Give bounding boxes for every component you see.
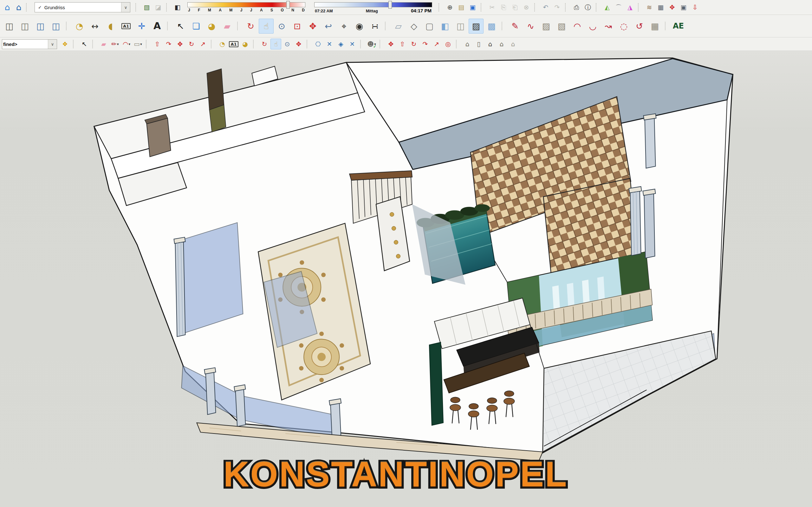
scale-tool-2[interactable]: ↗ — [431, 39, 442, 49]
tape-measure-tool-2[interactable]: ◔ — [217, 39, 227, 49]
sandbox-from-scratch-button[interactable]: ▦ — [655, 2, 666, 13]
sandbox-smoove-button[interactable]: ✥ — [667, 2, 677, 13]
arc-tool[interactable]: ◠▾ — [121, 39, 132, 49]
pan-tool-2[interactable]: ☝ — [270, 39, 281, 49]
section-fill-button[interactable]: ◮ — [625, 2, 636, 13]
add-location-button[interactable]: ▧ — [141, 2, 152, 13]
viewport-canvas[interactable]: KONSTANTINOPEL KONSTANTINOPEL — [0, 50, 812, 507]
walk-tool[interactable]: ∺ — [367, 19, 383, 34]
rectangle-tool[interactable]: ▭▾ — [133, 39, 143, 49]
shadow-date-slider[interactable]: JFMAMJJASOND — [187, 1, 305, 14]
advanced-camera-button-3[interactable]: ◫ — [33, 19, 48, 34]
push-pull-tool-2[interactable]: ⇧ — [397, 39, 408, 49]
trimble-connect-button[interactable]: ⎔ — [313, 39, 323, 49]
bezier-mesh-tool[interactable]: ▦ — [648, 19, 662, 34]
zoom-tool-2[interactable]: ⊙ — [282, 39, 293, 49]
pan-tool[interactable]: ☝ — [259, 19, 273, 34]
text-tool[interactable]: A1 — [118, 19, 134, 34]
make-component-button[interactable]: ❏ — [189, 19, 204, 34]
orbit-tool[interactable]: ↻ — [243, 19, 258, 34]
style-wireframe-button[interactable]: ◇ — [406, 19, 421, 34]
shadow-time-slider[interactable]: 07:22 AM Mittag 04:17 PM — [314, 1, 432, 14]
move-tool-2[interactable]: ✥ — [386, 39, 396, 49]
sandbox-from-contours-button[interactable]: ≋ — [644, 2, 655, 13]
account-button[interactable]: ☻✓▾ — [366, 39, 377, 49]
instant-column-button[interactable]: ▯ — [473, 39, 484, 49]
advanced-camera-button-4[interactable]: ◫ — [49, 19, 63, 34]
scene-view-button-1[interactable]: ⌂ — [2, 2, 13, 13]
follow-me-tool-2[interactable]: ↷ — [420, 39, 430, 49]
model-info-button[interactable]: ⓘ — [582, 2, 593, 13]
advanced-camera-button-1[interactable]: ◫ — [2, 19, 17, 34]
paint-bucket-tool-2[interactable]: ◕ — [240, 39, 251, 49]
trimble-publish-button[interactable]: ✕ — [347, 39, 358, 49]
scale-tool[interactable]: ↗ — [198, 39, 208, 49]
eraser-tool-2[interactable]: ▰ — [98, 39, 109, 49]
select-tool[interactable]: ↖ — [173, 19, 188, 34]
advanced-camera-button-2[interactable]: ◫ — [17, 19, 32, 34]
orbit-tool-2[interactable]: ↻ — [259, 39, 270, 49]
select-tool-2[interactable]: ↖ — [79, 39, 90, 49]
scene-style-dropdown[interactable]: ✓ Grundriss ∨ — [35, 2, 130, 12]
sandbox-drape-button[interactable]: ⇩ — [690, 2, 700, 13]
date-slider-handle[interactable] — [286, 1, 290, 9]
zoom-extents-button[interactable]: ✥ — [305, 19, 320, 34]
undo-button[interactable]: ↶ — [540, 2, 551, 13]
bezier-arc-upper-tool[interactable]: ◠ — [570, 19, 585, 34]
tag-filter-dropdown[interactable]: fined> ∨ — [2, 39, 57, 49]
artisan-extensions-button[interactable]: AE — [671, 19, 686, 34]
new-file-button[interactable]: ⊕ — [445, 2, 455, 13]
bezier-edit-tool[interactable]: ↺ — [632, 19, 647, 34]
print-button[interactable]: ⎙ — [571, 2, 582, 13]
instant-roof-button[interactable]: ⌂ — [462, 39, 473, 49]
scene-view-button-2[interactable]: ⌂ — [13, 2, 24, 13]
style-shaded-button[interactable]: ◧ — [438, 19, 452, 34]
bezier-segment-tool[interactable]: ↝ — [601, 19, 616, 34]
tape-measure-tool[interactable]: ◔ — [72, 19, 87, 34]
bezier-spline-tool[interactable]: ∿ — [523, 19, 538, 34]
style-shaded-with-textures-button[interactable]: ▩ — [484, 19, 499, 34]
section-plane-button[interactable]: ◭ — [602, 2, 613, 13]
trimble-sync-button[interactable]: ✕ — [324, 39, 335, 49]
position-camera-tool[interactable]: ⌖ — [337, 19, 351, 34]
style-monochrome-button[interactable]: ◫ — [453, 19, 468, 34]
bezier-patch-tool-1[interactable]: ▨ — [539, 19, 554, 34]
style-hidden-line-button[interactable]: ▢ — [422, 19, 437, 34]
zoom-extents-button-2[interactable]: ✥ — [293, 39, 304, 49]
look-around-tool[interactable]: ◉ — [352, 19, 367, 34]
trimble-layers-button[interactable]: ◈ — [336, 39, 346, 49]
instant-wall-button[interactable]: ⌂ — [508, 39, 518, 49]
tags-button[interactable]: ❖ — [60, 39, 70, 49]
time-slider-track[interactable] — [314, 2, 432, 7]
offset-tool[interactable]: ◎ — [443, 39, 453, 49]
sandbox-stamp-button[interactable]: ▣ — [678, 2, 689, 13]
chevron-down-icon[interactable]: ∨ — [121, 3, 130, 12]
instant-shed-button[interactable]: ⌂ — [496, 39, 507, 49]
eraser-tool[interactable]: ▰ — [220, 19, 235, 34]
axes-tool[interactable]: ✛ — [134, 19, 149, 34]
rotate-tool[interactable]: ↻ — [186, 39, 197, 49]
bezier-arc-lower-tool[interactable]: ◡ — [585, 19, 600, 34]
text-tool-2[interactable]: A1 — [228, 39, 239, 49]
rotate-tool-2[interactable]: ↻ — [408, 39, 419, 49]
dimension-tool[interactable]: ↔ — [88, 19, 102, 34]
paint-bucket-tool[interactable]: ◕ — [204, 19, 219, 34]
zoom-previous-button[interactable]: ↩ — [321, 19, 336, 34]
display-section-cuts-button[interactable]: ⌒ — [613, 2, 624, 13]
instant-house-button[interactable]: ⌂ — [485, 39, 496, 49]
zoom-window-tool[interactable]: ⊡ — [290, 19, 305, 34]
bezier-pencil-tool[interactable]: ✎ — [508, 19, 522, 34]
style-x-ray-button[interactable]: ▱ — [391, 19, 406, 34]
shadow-toggle-button[interactable]: ◧ — [172, 2, 183, 13]
protractor-tool[interactable]: ◖ — [103, 19, 118, 34]
3d-text-tool[interactable]: A — [150, 19, 164, 34]
follow-me-tool[interactable]: ↷ — [163, 39, 174, 49]
chevron-down-icon[interactable]: ∨ — [48, 40, 57, 49]
save-button[interactable]: ▣ — [467, 2, 478, 13]
open-file-button[interactable]: ▤ — [456, 2, 467, 13]
zoom-tool[interactable]: ⊙ — [274, 19, 289, 34]
line-tool[interactable]: ✏▾ — [110, 39, 120, 49]
style-back-edges-button[interactable]: ▨ — [469, 19, 484, 34]
bezier-patch-tool-2[interactable]: ▧ — [554, 19, 569, 34]
move-tool[interactable]: ✥ — [175, 39, 186, 49]
